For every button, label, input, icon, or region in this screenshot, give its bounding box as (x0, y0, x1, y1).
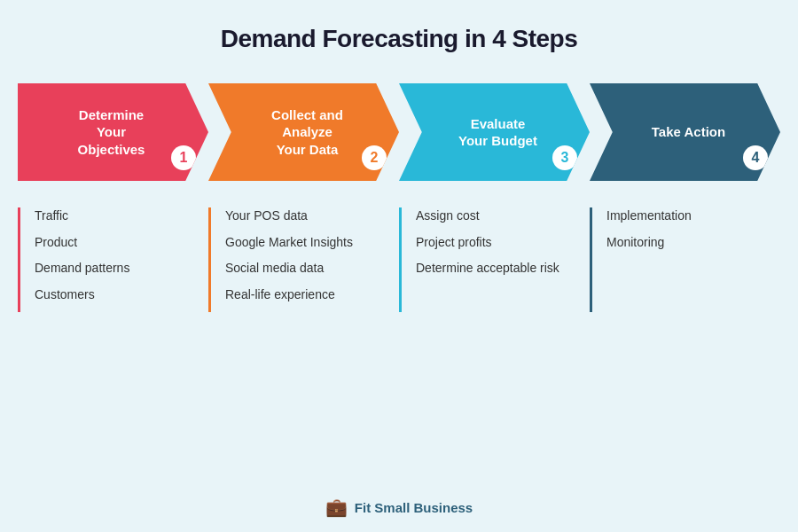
list-item: Real-life experience (225, 286, 388, 304)
list-item: Your POS data (225, 207, 388, 225)
list-item: Assign cost (416, 207, 579, 225)
list-item: Project profits (416, 234, 579, 252)
arrow-step-1: Determine Your Objectives1 (18, 74, 208, 190)
arrow-label-1: Determine Your Objectives (64, 99, 163, 166)
arrows-row: Determine Your Objectives1Collect and An… (18, 74, 780, 190)
list-item: Social media data (225, 260, 388, 278)
list-col-2: Your POS dataGoogle Market InsightsSocia… (208, 207, 399, 312)
step-number-3: 3 (552, 145, 577, 170)
list-item: Product (35, 234, 198, 252)
step-number-4: 4 (743, 145, 768, 170)
list-col-1: TrafficProductDemand patternsCustomers (18, 207, 208, 312)
list-item: Implementation (606, 207, 770, 225)
arrow-step-4: Take Action4 (590, 74, 780, 190)
briefcase-icon: 💼 (325, 497, 348, 518)
list-item: Traffic (35, 207, 198, 225)
list-item: Monitoring (606, 234, 770, 252)
list-item: Determine acceptable risk (416, 260, 579, 278)
list-col-4: ImplementationMonitoring (590, 207, 780, 312)
arrow-label-2: Collect and Analyze Your Data (246, 99, 361, 166)
brand-name: Fit Small Business (355, 500, 473, 515)
list-col-3: Assign costProject profitsDetermine acce… (399, 207, 590, 312)
arrow-label-4: Take Action (627, 116, 743, 148)
step-number-2: 2 (362, 145, 387, 170)
lists-row: TrafficProductDemand patternsCustomersYo… (18, 207, 780, 312)
list-item: Demand patterns (35, 260, 198, 278)
page-title: Demand Forecasting in 4 Steps (221, 25, 578, 53)
list-item: Google Market Insights (225, 234, 388, 252)
step-number-1: 1 (171, 145, 196, 170)
arrow-label-3: Evaluate Your Budget (434, 108, 555, 157)
arrow-step-3: Evaluate Your Budget3 (399, 74, 590, 190)
list-item: Customers (35, 286, 198, 304)
arrow-step-2: Collect and Analyze Your Data2 (208, 74, 399, 190)
footer: 💼 Fit Small Business (325, 497, 473, 518)
